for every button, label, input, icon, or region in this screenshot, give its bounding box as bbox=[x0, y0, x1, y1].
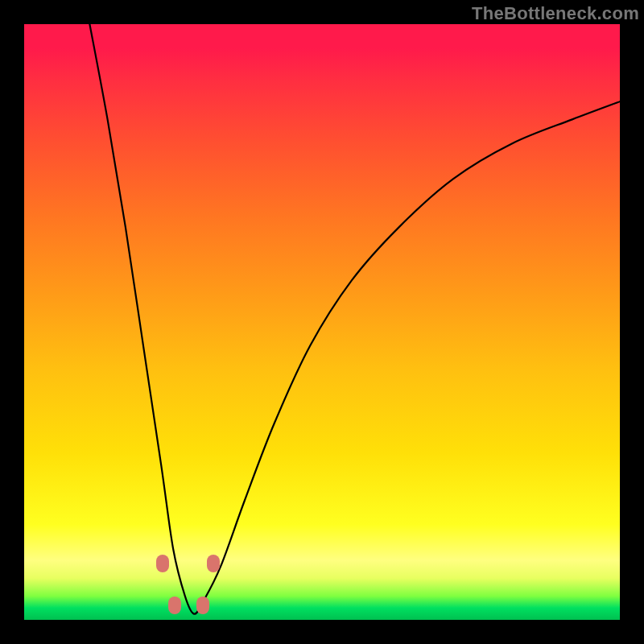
curve-marker-1 bbox=[168, 597, 181, 614]
curve-marker-3 bbox=[207, 555, 220, 572]
bottleneck-curve bbox=[89, 24, 620, 614]
curve-marker-0 bbox=[156, 555, 169, 572]
curve-marker-2 bbox=[196, 597, 209, 614]
chart-stage: TheBottleneck.com bbox=[0, 0, 644, 644]
curve-svg bbox=[24, 24, 620, 620]
plot-area bbox=[24, 24, 620, 620]
watermark-text: TheBottleneck.com bbox=[472, 3, 639, 24]
